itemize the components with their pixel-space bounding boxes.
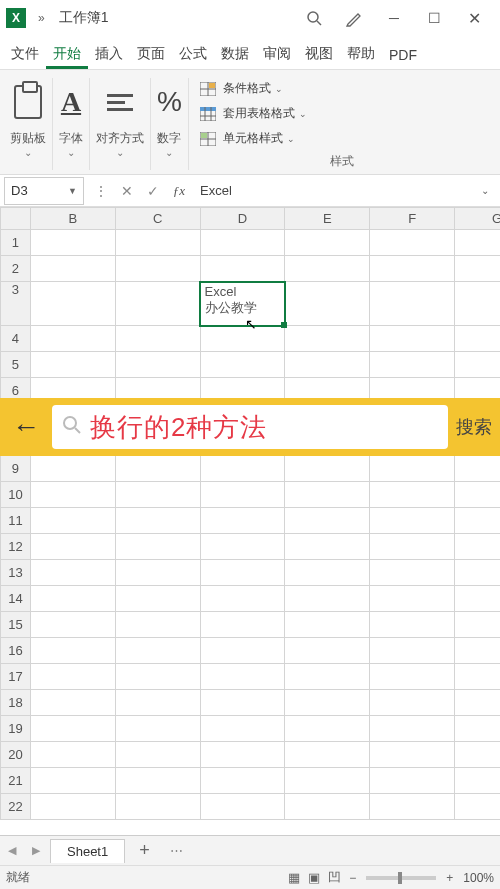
view-page-break-icon[interactable]: 凹 — [324, 869, 345, 887]
ribbon: 剪贴板 ⌄ A 字体 ⌄ 对齐方式 ⌄ % 数字 ⌄ 条件格式 ⌄ 套用表格格式… — [0, 70, 500, 175]
zoom-percent-label[interactable]: 100% — [463, 871, 494, 885]
tab-home[interactable]: 开始 — [46, 39, 88, 69]
column-header[interactable]: D — [200, 208, 285, 230]
column-header[interactable]: B — [30, 208, 115, 230]
pen-icon[interactable] — [334, 0, 374, 36]
cancel-formula-button[interactable]: ✕ — [114, 183, 140, 199]
close-button[interactable]: ✕ — [454, 0, 494, 36]
tab-data[interactable]: 数据 — [214, 39, 256, 69]
row-header[interactable]: 14 — [1, 586, 31, 612]
ribbon-group-clipboard[interactable]: 剪贴板 ⌄ — [4, 78, 53, 170]
row-header[interactable]: 3 — [1, 282, 31, 326]
magnifier-icon — [62, 415, 82, 440]
title-bar: X » 工作簿1 ─ ☐ ✕ — [0, 0, 500, 36]
cell-styles-label: 单元格样式 — [223, 130, 283, 147]
format-as-table-button[interactable]: 套用表格格式 ⌄ — [195, 103, 490, 124]
cell-styles-button[interactable]: 单元格样式 ⌄ — [195, 128, 490, 149]
tab-help[interactable]: 帮助 — [340, 39, 382, 69]
column-header[interactable]: G — [455, 208, 500, 230]
column-header[interactable]: E — [285, 208, 370, 230]
search-icon[interactable] — [294, 0, 334, 36]
spreadsheet-grid[interactable]: B C D E F G 1 2 3 Excel 办公教学 ↖ 4 5 6 7 8… — [0, 207, 500, 827]
conditional-formatting-button[interactable]: 条件格式 ⌄ — [195, 78, 490, 99]
row-header[interactable]: 12 — [1, 534, 31, 560]
format-as-table-icon — [199, 107, 217, 121]
row-header[interactable]: 21 — [1, 768, 31, 794]
name-box-dropdown-icon: ▼ — [68, 186, 77, 196]
zoom-out-button[interactable]: − — [345, 871, 360, 885]
overlay-search-banner: ← 换行的2种方法 搜索 — [0, 398, 500, 456]
expand-formula-bar-icon[interactable]: ⌄ — [470, 185, 500, 196]
excel-app-icon: X — [6, 8, 26, 28]
row-header[interactable]: 18 — [1, 690, 31, 716]
sheet-more-icon[interactable]: ⋯ — [162, 843, 191, 858]
minimize-button[interactable]: ─ — [374, 0, 414, 36]
name-box[interactable]: D3 ▼ — [4, 177, 84, 205]
add-sheet-button[interactable]: + — [127, 840, 162, 861]
svg-point-15 — [64, 417, 76, 429]
cell-reference: D3 — [11, 183, 28, 198]
clipboard-label: 剪贴板 — [10, 130, 46, 147]
ribbon-group-font[interactable]: A 字体 ⌄ — [53, 78, 90, 170]
format-as-table-label: 套用表格格式 — [223, 105, 295, 122]
tab-view[interactable]: 视图 — [298, 39, 340, 69]
row-header[interactable]: 19 — [1, 716, 31, 742]
tab-page-layout[interactable]: 页面 — [130, 39, 172, 69]
status-bar: 就绪 ▦ ▣ 凹 − + 100% — [0, 865, 500, 889]
row-header[interactable]: 9 — [1, 456, 31, 482]
row-header[interactable]: 20 — [1, 742, 31, 768]
clipboard-icon — [14, 78, 42, 126]
titlebar-chevron[interactable]: » — [32, 11, 51, 25]
formula-input[interactable]: Excel — [192, 183, 470, 198]
cell-styles-icon — [199, 132, 217, 146]
row-header[interactable]: 13 — [1, 560, 31, 586]
ribbon-group-number[interactable]: % 数字 ⌄ — [151, 78, 189, 170]
ribbon-group-alignment[interactable]: 对齐方式 ⌄ — [90, 78, 151, 170]
svg-line-16 — [75, 428, 80, 433]
column-header[interactable]: C — [115, 208, 200, 230]
selected-cell-D3[interactable]: Excel 办公教学 ↖ — [200, 282, 285, 326]
row-header[interactable]: 22 — [1, 794, 31, 820]
chevron-down-icon: ⌄ — [287, 134, 295, 144]
zoom-in-button[interactable]: + — [442, 871, 457, 885]
svg-line-1 — [317, 21, 321, 25]
tab-insert[interactable]: 插入 — [88, 39, 130, 69]
overlay-search-text: 换行的2种方法 — [90, 410, 267, 445]
row-header[interactable]: 10 — [1, 482, 31, 508]
accept-formula-button[interactable]: ✓ — [140, 183, 166, 199]
row-header[interactable]: 16 — [1, 638, 31, 664]
sheet-nav-prev-icon[interactable]: ◀ — [0, 844, 24, 857]
row-header[interactable]: 11 — [1, 508, 31, 534]
svg-point-0 — [308, 12, 318, 22]
font-icon: A — [61, 78, 81, 126]
maximize-button[interactable]: ☐ — [414, 0, 454, 36]
insert-function-button[interactable]: ƒx — [166, 183, 192, 199]
ribbon-group-styles: 条件格式 ⌄ 套用表格格式 ⌄ 单元格样式 ⌄ 样式 — [189, 78, 496, 170]
number-label: 数字 — [157, 130, 181, 147]
view-normal-icon[interactable]: ▦ — [284, 870, 304, 885]
tab-file[interactable]: 文件 — [4, 39, 46, 69]
row-header[interactable]: 2 — [1, 256, 31, 282]
svg-rect-7 — [200, 107, 216, 111]
overlay-search-button[interactable]: 搜索 — [456, 415, 492, 439]
tab-formulas[interactable]: 公式 — [172, 39, 214, 69]
row-header[interactable]: 1 — [1, 230, 31, 256]
sheet-tab-active[interactable]: Sheet1 — [50, 839, 125, 863]
row-header[interactable]: 5 — [1, 352, 31, 378]
back-arrow-icon[interactable]: ← — [8, 411, 44, 443]
tab-pdf[interactable]: PDF — [382, 41, 424, 69]
row-header[interactable]: 17 — [1, 664, 31, 690]
chevron-down-icon: ⌄ — [275, 84, 283, 94]
chevron-down-icon: ⌄ — [299, 109, 307, 119]
column-header[interactable]: F — [370, 208, 455, 230]
view-page-layout-icon[interactable]: ▣ — [304, 870, 324, 885]
styles-group-label: 样式 — [195, 153, 490, 170]
svg-rect-14 — [201, 133, 207, 138]
row-header[interactable]: 4 — [1, 326, 31, 352]
row-header[interactable]: 15 — [1, 612, 31, 638]
overlay-search-box[interactable]: 换行的2种方法 — [52, 405, 448, 449]
sheet-nav-next-icon[interactable]: ▶ — [24, 844, 48, 857]
tab-review[interactable]: 审阅 — [256, 39, 298, 69]
zoom-slider[interactable] — [366, 876, 436, 880]
select-all-corner[interactable] — [1, 208, 31, 230]
